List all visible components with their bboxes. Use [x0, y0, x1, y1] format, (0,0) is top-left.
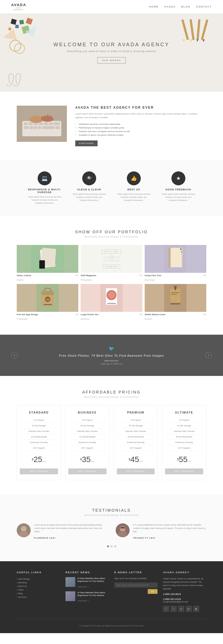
bullet-2: Pellentesque id massa et ligula convalli… — [75, 126, 206, 130]
pricing-title: AFFORDABLE PRICING — [17, 390, 206, 394]
svg-rect-25 — [24, 126, 29, 129]
svg-rect-8 — [190, 19, 195, 40]
plan-name-1: Business — [68, 411, 106, 414]
news-text-1: A Clear Website Gives More Experience To… — [77, 591, 109, 603]
portfolio-cat-0: Fashion — [17, 279, 24, 281]
plan-button-2[interactable]: GET STARTED — [117, 468, 155, 474]
svg-rect-38 — [47, 115, 49, 120]
portfolio-item-1[interactable]: OUTLINE RIBBON Shift Magazine ♡ 5% — [81, 245, 142, 282]
portfolio-item-2[interactable]: Camp Pine Tree ♡ 5% Web design — [145, 245, 206, 282]
svg-text:PB: PB — [46, 298, 49, 301]
newsletter-desc: Sign up for our amazing newsletter — [114, 577, 157, 580]
portfolio-img-0 — [31, 245, 64, 273]
plan-feature-1-5: 24/7 Support — [68, 445, 106, 451]
nav-contact[interactable]: CONTACT — [196, 5, 212, 8]
svg-rect-33 — [32, 116, 34, 121]
dot-0[interactable] — [107, 545, 109, 547]
footer-agency-title: Avada Agency — [163, 571, 206, 574]
social-youtube-icon[interactable]: ▶ — [193, 606, 199, 612]
feature-desc-0: Class aptent taciti sociosqu ad litora t… — [28, 195, 61, 205]
testimonial-name-1: TECHNO FY LEVI — [133, 537, 155, 539]
hero-subtitle: Everything you need to have in order to … — [54, 50, 170, 53]
logo-sub: AGENCY — [14, 9, 24, 11]
social-facebook-icon[interactable]: f — [163, 606, 169, 612]
footer-grid: Useful Links Web Design Branding About U… — [17, 571, 206, 612]
logo[interactable]: AVADA PRO AGENCY — [11, 3, 26, 11]
plan-feature-3-1: 10 GB Storage — [165, 423, 203, 429]
feature-desc-1: Class aptent taciti sociosqu ad litora t… — [72, 193, 106, 202]
portfolio-label-5: Skillet Album Cover ♡ 5% Business — [145, 313, 206, 321]
purchase-button[interactable]: PURCHASE — [75, 140, 98, 146]
plan-feature-3-0: 15 Projects — [165, 417, 203, 423]
newsletter-input[interactable] — [114, 582, 157, 588]
footer: Useful Links Web Design Branding About U… — [0, 561, 223, 633]
svg-rect-12 — [201, 19, 208, 40]
twitter-prev-button[interactable]: ‹ — [11, 352, 18, 359]
nav-home[interactable]: HOME — [149, 5, 159, 8]
portfolio-likes-0: ♡ 5% — [73, 274, 78, 277]
pricing-ultimate: Ultimate 15 Projects 10 GB Storage Ultim… — [162, 405, 206, 480]
portfolio-label-4: Large Poster Set ♡ 5% Marketing — [81, 313, 142, 321]
plan-feature-1-0: 15 Projects — [68, 417, 106, 423]
footer-col-newsletter: E-News Letter Sign up for our amazing ne… — [114, 571, 157, 612]
pricing-subtitle: Absolutely Stunning Design & Functionali… — [17, 396, 206, 398]
portfolio-cat-5: Business — [145, 318, 152, 320]
footer-link-5[interactable]: Services — [17, 595, 60, 599]
portfolio-name-1: Shift Magazine — [81, 274, 96, 277]
testimonial-0: Lorem ipsum is simply dummy text of the … — [17, 523, 107, 540]
portfolio-label-1: Shift Magazine ♡ 5% Photography — [81, 274, 142, 282]
footer-link-4[interactable]: Blog — [17, 592, 60, 595]
feature-icon-0: 💻 — [38, 171, 52, 185]
twitter-next-button[interactable]: › — [205, 352, 212, 359]
newsletter-button[interactable]: GO — [148, 589, 157, 594]
nav-pages[interactable]: PAGES — [164, 5, 176, 8]
plan-feature-2-5: 24/7 Support — [117, 445, 155, 451]
hero-section: WELCOME TO OUR AVADA AGENCY Everything y… — [0, 14, 223, 92]
footer-link-0[interactable]: Web Design — [17, 577, 60, 581]
hero-cta-button[interactable]: OUR WORKS — [97, 57, 126, 64]
svg-rect-27 — [34, 126, 37, 129]
footer-link-1[interactable]: Branding — [17, 581, 60, 584]
svg-rect-60 — [43, 304, 52, 305]
avatar-1 — [116, 523, 130, 537]
footer-col-agency: Avada Agency Avada Theme: Fusion is a fu… — [163, 571, 206, 612]
footer-link-3[interactable]: Team — [17, 588, 60, 592]
feature-title-3: Good Feedback — [162, 188, 195, 191]
portfolio-item-3[interactable]: PB Free Art App Design ♡ 5% Photography — [17, 284, 78, 321]
svg-point-15 — [14, 43, 25, 54]
portfolio-cat-1: Photography — [81, 279, 92, 281]
pricing-business: Business 15 Projects 30 GB Storage Ultim… — [65, 405, 110, 480]
portfolio-item-5[interactable]: Skillet Album Cover ♡ 5% Business — [145, 284, 206, 321]
portfolio-img-3: PB — [17, 284, 78, 312]
plan-button-3[interactable]: GET STARTED — [165, 468, 203, 474]
dot-1[interactable] — [111, 545, 113, 547]
feature-desc-2: Class aptent taciti sociosqu ad litora t… — [117, 193, 151, 202]
dot-2[interactable] — [114, 545, 116, 547]
svg-point-72 — [21, 526, 26, 532]
news-img-0 — [66, 577, 75, 587]
plan-feature-3-5: 24/7 Support — [165, 445, 203, 451]
svg-rect-6 — [181, 19, 189, 40]
svg-rect-57 — [42, 291, 54, 295]
portfolio-item-4[interactable]: Large Poster Set ♡ 5% Marketing — [81, 284, 142, 321]
nav-blog[interactable]: BLOG — [181, 5, 190, 8]
plan-button-0[interactable]: GET STARTED — [20, 468, 58, 474]
svg-rect-18 — [24, 122, 28, 125]
main-nav: HOME PAGES BLOG CONTACT — [149, 5, 212, 8]
plan-button-1[interactable]: GET STARTED — [68, 468, 106, 474]
testimonials-section: TESTIMONIALS Absolutely Stunning Design … — [0, 494, 223, 561]
social-twitter-icon[interactable]: t — [171, 606, 177, 612]
social-linkedin-icon[interactable]: in — [178, 606, 184, 612]
notebook-svg — [164, 245, 186, 273]
portfolio-label-0: Oliver a Noire ♡ 5% Fashion — [17, 274, 78, 282]
testimonials-subtitle: Absolutely Stunning Design & Functionali… — [17, 514, 206, 516]
news-date-0: September 1 — [77, 586, 89, 588]
plan-feature-2-2: Ultimate Data Transfer — [117, 429, 155, 434]
footer-social: f t in g+ ▶ — [163, 606, 206, 612]
cover-svg — [164, 284, 186, 312]
social-google-icon[interactable]: g+ — [186, 606, 192, 612]
footer-link-2[interactable]: About Us — [17, 584, 60, 588]
portfolio-item-0[interactable]: Oliver a Noire ♡ 5% Fashion — [17, 245, 78, 282]
portfolio-likes-4: ♡ 5% — [137, 314, 142, 316]
feature-icon-2: 👍 — [127, 171, 141, 185]
